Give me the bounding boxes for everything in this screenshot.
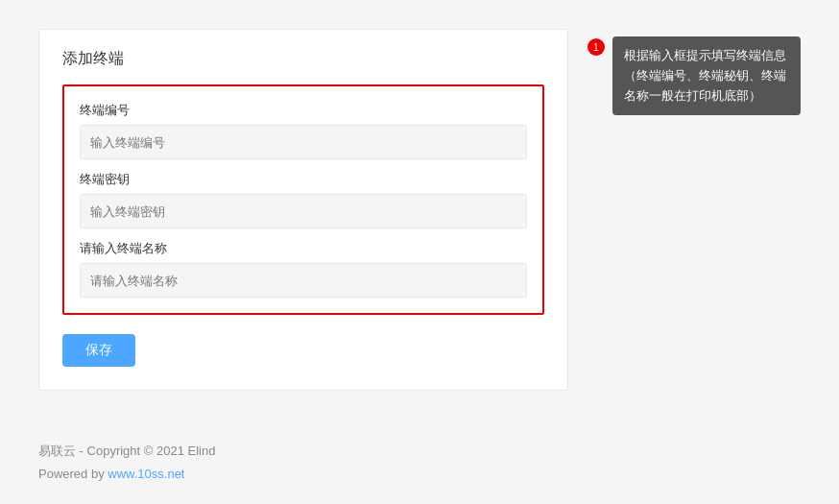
powered-by-line: Powered by www.10ss.net: [38, 463, 801, 485]
save-button[interactable]: 保存: [62, 334, 135, 367]
terminal-id-label: 终端编号: [80, 102, 527, 119]
footer: 易联云 - Copyright © 2021 Elind Powered by …: [0, 428, 839, 504]
terminal-id-input[interactable]: [80, 125, 527, 159]
form-section: 终端编号 终端密钥 请输入终端名称: [62, 84, 544, 315]
tooltip-container: 1 根据输入框提示填写终端信息（终端编号、终端秘钥、终端名称一般在打印机底部）: [587, 36, 801, 115]
terminal-name-input[interactable]: [80, 263, 527, 298]
terminal-key-input[interactable]: [80, 194, 527, 228]
copyright-text: 易联云 - Copyright © 2021 Elind: [38, 440, 801, 462]
terminal-id-group: 终端编号: [80, 102, 527, 159]
powered-by-link[interactable]: www.10ss.net: [108, 467, 184, 481]
tooltip-badge: 1: [587, 38, 605, 56]
powered-by-label: Powered by: [38, 467, 108, 481]
tooltip-box: 根据输入框提示填写终端信息（终端编号、终端秘钥、终端名称一般在打印机底部）: [612, 36, 801, 115]
add-terminal-card: 添加终端 终端编号 终端密钥 请输入终端名称 保存: [38, 29, 568, 391]
card-title: 添加终端: [62, 49, 544, 69]
terminal-key-label: 终端密钥: [80, 171, 527, 188]
terminal-key-group: 终端密钥: [80, 171, 527, 228]
terminal-name-label: 请输入终端名称: [80, 240, 527, 257]
terminal-name-group: 请输入终端名称: [80, 240, 527, 298]
